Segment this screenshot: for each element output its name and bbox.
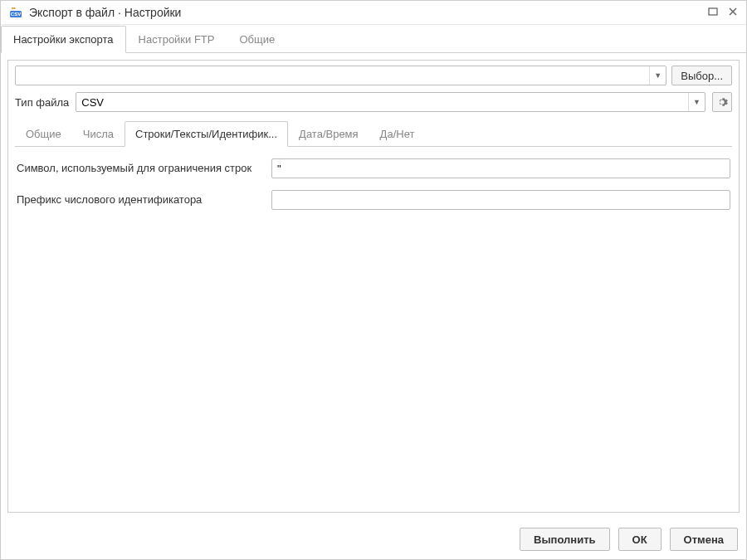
tab-label: Строки/Тексты/Идентифик... <box>135 128 277 140</box>
tab-export-settings[interactable]: Настройки экспорта <box>1 26 126 53</box>
file-type-combo[interactable]: ▼ <box>76 92 706 112</box>
form-area: Символ, используемый для ограничения стр… <box>15 158 732 507</box>
path-combo[interactable]: ▼ <box>15 66 666 85</box>
dialog-footer: Выполнить ОК Отмена <box>1 519 746 559</box>
select-button[interactable]: Выбор... <box>671 66 732 85</box>
dialog-window: CSV Экспорт в файл · Настройки Настройки… <box>0 0 747 560</box>
tab-label: Настройки FTP <box>139 33 215 46</box>
row-id-prefix: Префикс числового идентификатора <box>17 190 730 210</box>
button-label: ОК <box>632 533 647 546</box>
window-controls <box>708 6 738 19</box>
window-title: Экспорт в файл · Настройки <box>29 6 701 19</box>
tab-general[interactable]: Общие <box>227 26 288 53</box>
close-icon[interactable] <box>728 6 738 19</box>
tab-label: Настройки экспорта <box>13 33 114 46</box>
dropdown-icon[interactable]: ▼ <box>688 93 705 111</box>
app-icon: CSV <box>9 6 22 19</box>
subtab-strings[interactable]: Строки/Тексты/Идентифик... <box>124 121 288 147</box>
subtab-numbers[interactable]: Числа <box>72 121 124 147</box>
tab-label: Общие <box>240 33 276 46</box>
content-area: ▼ Выбор... Тип файла ▼ Общие Числа <box>1 53 746 519</box>
subtab-yesno[interactable]: Да/Нет <box>369 121 426 147</box>
file-type-input[interactable] <box>76 93 688 111</box>
tab-label: Да/Нет <box>380 128 415 140</box>
dropdown-icon[interactable]: ▼ <box>649 66 666 85</box>
sub-tabs: Общие Числа Строки/Тексты/Идентифик... Д… <box>15 120 732 147</box>
button-label: Выбор... <box>681 70 723 82</box>
id-prefix-input[interactable] <box>271 190 730 210</box>
subtab-datetime[interactable]: Дата/Время <box>288 121 369 147</box>
subtab-general[interactable]: Общие <box>15 121 72 147</box>
svg-rect-2 <box>709 8 717 15</box>
main-tabs: Настройки экспорта Настройки FTP Общие <box>1 25 746 53</box>
string-delimiter-input[interactable] <box>271 158 730 178</box>
button-label: Отмена <box>684 533 724 546</box>
svg-text:CSV: CSV <box>11 12 21 17</box>
cancel-button[interactable]: Отмена <box>670 528 738 551</box>
maximize-icon[interactable] <box>708 6 718 19</box>
button-label: Выполнить <box>534 533 595 546</box>
tab-label: Дата/Время <box>299 128 359 140</box>
path-row: ▼ Выбор... <box>15 66 732 85</box>
string-delimiter-label: Символ, используемый для ограничения стр… <box>17 161 261 176</box>
titlebar: CSV Экспорт в файл · Настройки <box>1 1 746 25</box>
tab-ftp-settings[interactable]: Настройки FTP <box>126 26 227 53</box>
gear-button[interactable] <box>712 92 732 112</box>
gear-icon <box>716 96 728 108</box>
row-string-delimiter: Символ, используемый для ограничения стр… <box>17 158 730 178</box>
execute-button[interactable]: Выполнить <box>520 528 609 551</box>
panel: ▼ Выбор... Тип файла ▼ Общие Числа <box>7 60 740 513</box>
path-input[interactable] <box>16 66 649 85</box>
file-type-label: Тип файла <box>15 96 69 109</box>
tab-label: Общие <box>26 128 61 140</box>
file-type-row: Тип файла ▼ <box>15 92 732 112</box>
id-prefix-label: Префикс числового идентификатора <box>17 192 261 207</box>
ok-button[interactable]: ОК <box>618 528 662 551</box>
tab-label: Числа <box>83 128 114 140</box>
